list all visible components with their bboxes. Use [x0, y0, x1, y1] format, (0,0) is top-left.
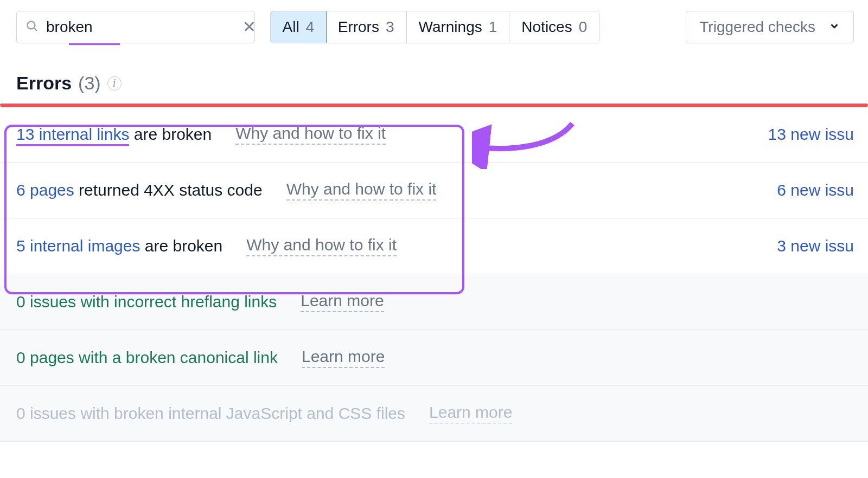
- section-count: (3): [78, 73, 101, 94]
- tab-warnings[interactable]: Warnings 1: [407, 11, 510, 43]
- help-link[interactable]: Why and how to fix it: [286, 180, 437, 201]
- svg-line-1: [34, 28, 37, 31]
- search-input[interactable]: [46, 18, 240, 36]
- learn-more-link[interactable]: Learn more: [429, 403, 512, 424]
- issue-row[interactable]: 5 internal images are broken Why and how…: [0, 218, 868, 274]
- clear-search-button[interactable]: ✕: [240, 17, 258, 37]
- learn-more-link[interactable]: Learn more: [302, 347, 385, 368]
- issue-text: are broken: [140, 237, 222, 255]
- new-issues-link[interactable]: 6 new issu: [777, 181, 854, 199]
- help-link[interactable]: Why and how to fix it: [235, 124, 386, 145]
- highlight-underline: [69, 43, 120, 45]
- issue-text: are broken: [129, 125, 212, 143]
- zero-issue-text: 0 issues with broken internal JavaScript…: [16, 404, 405, 423]
- triggered-checks-dropdown[interactable]: Triggered checks: [686, 11, 854, 43]
- tab-notices[interactable]: Notices 0: [509, 11, 599, 43]
- tab-count: 0: [579, 18, 588, 36]
- new-issues-link[interactable]: 3 new issu: [777, 237, 854, 255]
- tab-label: Errors: [338, 18, 379, 36]
- tab-label: Notices: [521, 18, 572, 36]
- issue-row[interactable]: 6 pages returned 4XX status code Why and…: [0, 163, 868, 218]
- section-title: Errors: [16, 73, 72, 94]
- tab-label: Warnings: [419, 18, 482, 36]
- chevron-down-icon: [828, 18, 840, 36]
- zero-issue-row: 0 issues with broken internal JavaScript…: [0, 386, 868, 442]
- zero-issue-text: 0 issues with incorrect hreflang links: [16, 293, 277, 311]
- close-icon: ✕: [242, 18, 256, 36]
- zero-issue-text: 0 pages with a broken canonical link: [16, 348, 278, 367]
- tab-errors[interactable]: Errors 3: [326, 11, 407, 43]
- help-link[interactable]: Why and how to fix it: [246, 236, 397, 256]
- issue-link[interactable]: 5 internal images: [16, 237, 140, 255]
- svg-point-0: [28, 22, 35, 29]
- tab-label: All: [283, 18, 299, 36]
- zero-issue-row: 0 issues with incorrect hreflang links L…: [0, 274, 868, 330]
- dropdown-label: Triggered checks: [699, 18, 815, 36]
- new-issues-link[interactable]: 13 new issu: [768, 125, 854, 144]
- tab-all[interactable]: All 4: [270, 11, 327, 43]
- issue-link[interactable]: 13 internal links: [16, 125, 129, 146]
- issue-link[interactable]: 6 pages: [16, 181, 74, 199]
- tab-count: 1: [489, 18, 497, 36]
- search-box[interactable]: ✕: [16, 11, 255, 43]
- learn-more-link[interactable]: Learn more: [301, 292, 384, 312]
- issue-row[interactable]: 13 internal links are broken Why and how…: [0, 107, 868, 163]
- filter-tabs: All 4 Errors 3 Warnings 1 Notices 0: [270, 11, 599, 43]
- issue-text: returned 4XX status code: [74, 181, 263, 199]
- search-icon: [25, 20, 39, 35]
- zero-issue-row: 0 pages with a broken canonical link Lea…: [0, 330, 868, 386]
- info-icon[interactable]: i: [107, 76, 122, 91]
- tab-count: 4: [306, 18, 315, 36]
- tab-count: 3: [386, 18, 394, 36]
- section-heading: Errors (3) i: [0, 54, 868, 104]
